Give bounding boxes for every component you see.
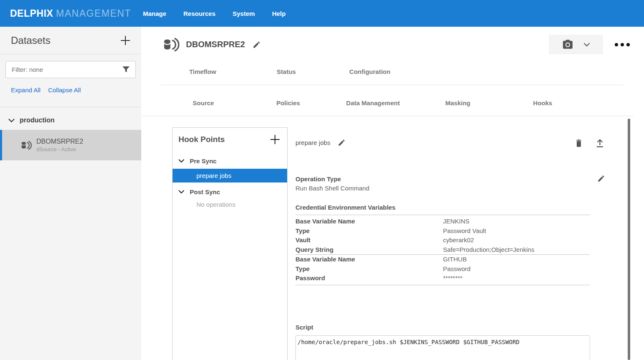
add-hook-button[interactable] — [270, 134, 280, 145]
sidebar-title: Datasets — [11, 35, 120, 46]
snapshot-dropdown-chevron-icon[interactable] — [583, 43, 590, 47]
subtab-source[interactable]: Source — [161, 97, 246, 109]
delphix-management-app: DELPHIX MANAGEMENT Manage Resources Syst… — [0, 0, 644, 360]
nav-item-system[interactable]: System — [233, 10, 255, 17]
hook-name: prepare jobs — [295, 139, 330, 146]
operation-type-block: Operation Type Run Bash Shell Command — [295, 175, 597, 193]
edit-operation-pencil-icon[interactable] — [597, 175, 605, 183]
hook-points-panel: Hook Points Pre Sync prepare jobs Post S… — [172, 127, 288, 360]
add-dataset-button[interactable] — [120, 35, 131, 46]
subtab-hooks[interactable]: Hooks — [500, 97, 585, 109]
operation-type-label: Operation Type — [295, 175, 597, 184]
hook-group-label: Post Sync — [190, 188, 220, 195]
hook-points-title: Hook Points — [178, 135, 270, 144]
sidebar-dataset-status: dSource - Active — [36, 146, 83, 152]
credential-row: Password ******** — [295, 274, 590, 283]
export-hook-upload-icon[interactable] — [595, 137, 605, 148]
expand-all-link[interactable]: Expand All — [11, 86, 41, 94]
snapshot-button[interactable] — [549, 35, 603, 54]
credentials-table: Base Variable Name JENKINS Type Password… — [295, 215, 590, 285]
sidebar-item-dbomsrpre2-selected[interactable]: DBOMSRPRE2 dSource - Active — [0, 130, 141, 160]
sidebar-group-production[interactable]: production — [0, 107, 141, 124]
edit-hook-name-pencil-icon[interactable] — [338, 139, 346, 147]
sidebar-group-label: production — [20, 117, 55, 124]
tabs-divider — [161, 85, 624, 85]
main-content: DBOMSRPRE2 — [141, 27, 644, 360]
hook-group-label: Pre Sync — [190, 157, 216, 165]
dsource-icon-large — [163, 38, 180, 51]
hook-group-empty-message: No operations — [173, 195, 287, 208]
more-actions-button[interactable] — [615, 43, 630, 46]
credential-label: Query String — [295, 245, 443, 255]
credential-row: Vault cyberark02 — [295, 236, 590, 245]
hook-detail-header: prepare jobs — [295, 127, 605, 148]
delete-hook-trash-icon[interactable] — [575, 138, 583, 148]
hook-group-pre-sync[interactable]: Pre Sync — [173, 145, 287, 165]
credential-label: Password — [295, 274, 443, 283]
hook-item-prepare-jobs-selected[interactable]: prepare jobs — [173, 169, 287, 183]
chevron-down-icon[interactable] — [178, 159, 184, 163]
subtabs-divider — [142, 116, 633, 116]
dot — [615, 43, 618, 46]
edit-title-pencil-icon[interactable] — [252, 41, 261, 49]
nav-menu: Manage Resources System Help — [143, 10, 285, 17]
hook-points-header: Hook Points — [173, 128, 287, 145]
subtab-masking[interactable]: Masking — [415, 97, 500, 109]
tree-controls: Expand All Collapse All — [0, 86, 141, 107]
filter-funnel-icon[interactable] — [122, 66, 130, 73]
collapse-all-link[interactable]: Collapse All — [48, 86, 81, 94]
page-title: DBOMSRPRE2 — [186, 40, 245, 49]
operation-type-value: Run Bash Shell Command — [295, 184, 597, 193]
credential-row: Query String Safe=Production;Object=Jenk… — [295, 245, 590, 255]
credential-value: GITHUB — [443, 255, 467, 264]
page-header: DBOMSRPRE2 — [163, 35, 637, 54]
hook-actions — [575, 137, 605, 148]
credential-row: Base Variable Name GITHUB — [295, 254, 590, 264]
credential-label: Type — [295, 226, 443, 236]
hook-detail-panel: prepare jobs — [295, 127, 605, 360]
credential-label: Base Variable Name — [295, 217, 443, 226]
brand-primary: DELPHIX — [10, 8, 53, 19]
subtab-policies[interactable]: Policies — [246, 97, 331, 109]
chevron-down-icon[interactable] — [8, 119, 15, 122]
nav-item-manage[interactable]: Manage — [143, 10, 166, 17]
credential-row: Type Password Vault — [295, 226, 590, 236]
datasets-sidebar: Datasets Filter: none Expand All Collaps… — [0, 27, 141, 360]
sidebar-dataset-name: DBOMSRPRE2 — [36, 138, 83, 145]
credential-value: ******** — [443, 274, 463, 283]
camera-icon — [562, 39, 573, 50]
filter-input[interactable]: Filter: none — [5, 61, 136, 78]
credential-value: JENKINS — [443, 217, 469, 226]
dsource-icon — [21, 141, 32, 150]
credentials-section-title: Credential Environment Variables — [295, 204, 605, 211]
tab-configuration[interactable]: Configuration — [328, 66, 412, 78]
vertical-scrollbar[interactable] — [628, 119, 630, 360]
script-section-title: Script — [295, 324, 605, 331]
credential-label: Base Variable Name — [295, 255, 443, 264]
credential-row: Base Variable Name JENKINS — [295, 217, 590, 226]
sidebar-item-text: DBOMSRPRE2 dSource - Active — [36, 138, 83, 152]
primary-tabs: Timeflow Status Configuration — [161, 66, 412, 78]
brand-logo: DELPHIX MANAGEMENT — [10, 8, 131, 19]
dot — [621, 43, 624, 46]
tab-status[interactable]: Status — [244, 66, 328, 78]
script-textarea[interactable]: /home/oracle/prepare_jobs.sh $JENKINS_PA… — [295, 335, 590, 360]
chevron-down-icon[interactable] — [178, 190, 184, 194]
credential-value: Password Vault — [443, 226, 486, 236]
hook-group-post-sync[interactable]: Post Sync — [173, 183, 287, 195]
nav-item-resources[interactable]: Resources — [183, 10, 216, 17]
subtab-data-management[interactable]: Data Management — [331, 97, 415, 109]
nav-item-help[interactable]: Help — [272, 10, 286, 17]
configuration-subtabs: Source Policies Data Management Masking … — [161, 97, 585, 109]
credential-value: cyberark02 — [443, 236, 474, 245]
filter-input-value: Filter: none — [12, 66, 122, 73]
top-nav-bar: DELPHIX MANAGEMENT Manage Resources Syst… — [0, 0, 644, 27]
credential-label: Type — [295, 264, 443, 274]
tab-timeflow[interactable]: Timeflow — [161, 66, 244, 78]
brand-secondary: MANAGEMENT — [56, 8, 131, 19]
sidebar-header: Datasets — [0, 27, 141, 54]
credential-label: Vault — [295, 236, 443, 245]
credential-value: Password — [443, 264, 471, 274]
credential-value: Safe=Production;Object=Jenkins — [443, 245, 534, 255]
credential-row: Type Password — [295, 264, 590, 274]
